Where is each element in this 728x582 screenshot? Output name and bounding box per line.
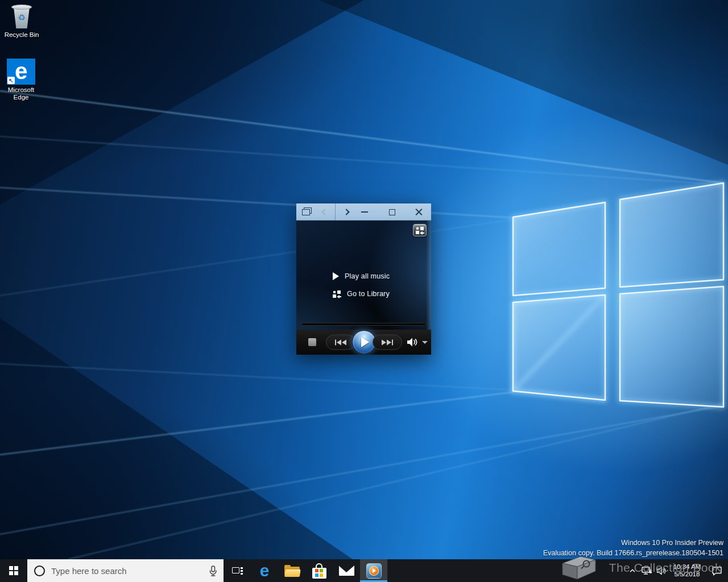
watermark-line1: Windows 10 Pro Insider Preview bbox=[543, 538, 723, 548]
more-options-button[interactable] bbox=[421, 339, 428, 345]
windows-logo-icon bbox=[9, 566, 18, 575]
seek-slider[interactable] bbox=[301, 323, 426, 326]
maximize-button[interactable] bbox=[385, 203, 399, 221]
back-button[interactable] bbox=[318, 203, 332, 221]
close-icon bbox=[415, 209, 423, 216]
taskbar-file-explorer[interactable] bbox=[278, 559, 305, 582]
play-all-music-label: Play all music bbox=[345, 272, 390, 280]
forward-chevron-icon bbox=[343, 209, 349, 215]
taskbar-search-box[interactable] bbox=[27, 559, 224, 582]
desktop: ♻ Recycle Bin e ↖ Microsoft Edge bbox=[0, 0, 728, 559]
library-grid-arrow-icon bbox=[333, 290, 341, 298]
chevron-down-icon bbox=[422, 341, 428, 344]
back-chevron-icon bbox=[321, 209, 328, 215]
system-tray: 10:34 AM 5/5/2018 bbox=[626, 559, 728, 582]
go-to-library-label: Go to Library bbox=[347, 290, 390, 298]
switch-views-button[interactable] bbox=[299, 203, 312, 221]
recycle-bin-icon: ♻ bbox=[11, 3, 32, 30]
desktop-icon-recycle-bin[interactable]: ♻ Recycle Bin bbox=[1, 3, 43, 39]
start-button[interactable] bbox=[0, 559, 27, 582]
library-grid-arrow-icon bbox=[416, 227, 424, 234]
play-icon bbox=[361, 337, 369, 347]
forward-button[interactable] bbox=[340, 203, 353, 221]
stacked-windows-icon bbox=[302, 209, 309, 215]
edge-logo-tile: e ↖ bbox=[7, 59, 35, 85]
media-player-icon bbox=[366, 563, 382, 579]
wmp-transport-controls bbox=[296, 330, 431, 355]
taskbar-microsoft-store[interactable] bbox=[305, 559, 333, 582]
wmp-window: Play all music Go to Library bbox=[296, 203, 431, 355]
show-hidden-icons-button[interactable] bbox=[626, 559, 639, 582]
speaker-icon bbox=[656, 567, 667, 575]
network-icon bbox=[642, 567, 652, 575]
maximize-icon bbox=[389, 209, 395, 215]
volume-tray-button[interactable] bbox=[654, 559, 669, 582]
play-icon bbox=[333, 272, 339, 280]
taskbar-microsoft-edge[interactable]: e bbox=[251, 559, 278, 582]
speaker-icon bbox=[406, 337, 419, 347]
previous-icon bbox=[335, 339, 336, 345]
desktop-icon-label: Recycle Bin bbox=[1, 31, 43, 39]
wmp-now-playing-area: Play all music Go to Library bbox=[296, 221, 431, 355]
clock-date: 5/5/2018 bbox=[675, 571, 700, 579]
next-button[interactable] bbox=[373, 335, 402, 350]
task-view-icon bbox=[232, 567, 243, 575]
wmp-titlebar[interactable] bbox=[296, 203, 431, 221]
evaluation-watermark: Windows 10 Pro Insider Preview Evaluatio… bbox=[543, 538, 723, 558]
switch-to-library-button[interactable] bbox=[413, 224, 427, 236]
folder-icon bbox=[284, 565, 300, 577]
taskbar-clock[interactable]: 10:34 AM 5/5/2018 bbox=[669, 559, 705, 582]
search-input[interactable] bbox=[51, 566, 208, 576]
microphone-icon[interactable] bbox=[208, 565, 218, 577]
store-bag-icon bbox=[312, 563, 326, 579]
close-button[interactable] bbox=[412, 203, 425, 221]
envelope-icon bbox=[339, 566, 354, 576]
action-center-icon bbox=[712, 566, 722, 576]
watermark-line2: Evaluation copy. Build 17666.rs_prerelea… bbox=[543, 548, 723, 558]
mute-button[interactable] bbox=[406, 337, 419, 347]
stop-button[interactable] bbox=[308, 338, 316, 346]
cortana-icon bbox=[34, 566, 45, 576]
action-center-button[interactable] bbox=[705, 559, 728, 582]
chevron-up-icon bbox=[629, 568, 636, 573]
desktop-icon-microsoft-edge[interactable]: e ↖ Microsoft Edge bbox=[0, 59, 42, 101]
desktop-icon-label: Microsoft Edge bbox=[0, 86, 42, 101]
previous-button[interactable] bbox=[326, 335, 355, 350]
edge-icon: e bbox=[260, 562, 270, 579]
taskbar-windows-media-player-active[interactable] bbox=[360, 559, 387, 582]
clock-time: 10:34 AM bbox=[673, 563, 701, 571]
task-view-button[interactable] bbox=[224, 559, 251, 582]
taskbar-mail[interactable] bbox=[333, 559, 360, 582]
taskbar: e bbox=[0, 559, 728, 582]
next-icon bbox=[382, 339, 386, 345]
recycle-symbol-icon: ♻ bbox=[11, 13, 32, 23]
recycle-bin-rim bbox=[11, 5, 32, 10]
shortcut-arrow-icon: ↖ bbox=[7, 77, 15, 84]
network-tray-button[interactable] bbox=[639, 559, 654, 582]
minimize-icon bbox=[361, 211, 368, 213]
play-all-music-item[interactable]: Play all music bbox=[333, 272, 390, 280]
titlebar-divider bbox=[335, 203, 336, 221]
minimize-button[interactable] bbox=[358, 203, 371, 221]
go-to-library-item[interactable]: Go to Library bbox=[333, 290, 390, 298]
